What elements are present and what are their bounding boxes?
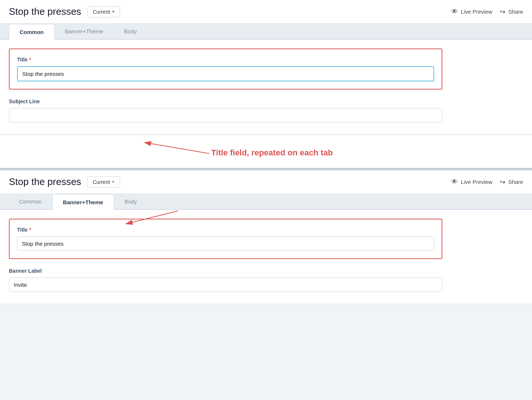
tab-body-top[interactable]: Body: [114, 24, 147, 39]
svg-text:Title field, repeated on each : Title field, repeated on each tab: [211, 148, 333, 157]
top-panel: Stop the presses Current ▾ 👁 Live Previe…: [0, 0, 532, 135]
top-header: Stop the presses Current ▾ 👁 Live Previe…: [0, 0, 532, 24]
tabs-bottom: Common Banner+Theme Body: [0, 194, 532, 210]
subject-line-input-top[interactable]: [9, 108, 442, 122]
subject-section-top: Subject Line: [9, 98, 442, 122]
tab-common-top[interactable]: Common: [9, 24, 54, 40]
live-preview-label-top: Live Preview: [461, 9, 492, 15]
content-bottom: Title * Banner Label: [0, 210, 532, 304]
eye-icon-bottom: 👁: [451, 178, 458, 186]
share-label-top: Share: [508, 9, 523, 15]
annotation-area: Title field, repeated on each tab: [0, 135, 532, 168]
version-dropdown-top[interactable]: Current ▾: [87, 6, 120, 17]
svg-line-2: [144, 142, 209, 154]
bottom-panel: Stop the presses Current ▾ 👁 Live Previe…: [0, 170, 532, 304]
tab-banner-theme-bottom[interactable]: Banner+Theme: [52, 194, 114, 210]
required-star-top: *: [29, 57, 31, 63]
share-label-bottom: Share: [508, 179, 523, 185]
title-form-section-bottom: Title *: [9, 219, 442, 259]
bottom-header: Stop the presses Current ▾ 👁 Live Previe…: [0, 170, 532, 194]
share-button-bottom[interactable]: ↪ Share: [500, 178, 523, 186]
tabs-top: Common Banner+Theme Body: [0, 24, 532, 40]
live-preview-button-bottom[interactable]: 👁 Live Preview: [451, 178, 492, 186]
version-label-top: Current: [93, 9, 110, 15]
subject-label-top: Subject Line: [9, 98, 442, 104]
page-title-top: Stop the presses: [9, 6, 81, 17]
share-button-top[interactable]: ↪ Share: [500, 8, 523, 16]
title-form-section-top: Title *: [9, 48, 442, 90]
tab-banner-theme-top[interactable]: Banner+Theme: [54, 24, 114, 39]
chevron-down-icon-top: ▾: [112, 9, 114, 14]
tab-common-bottom[interactable]: Common: [9, 194, 52, 209]
annotation-svg: Title field, repeated on each tab: [0, 135, 532, 168]
share-icon-top: ↪: [500, 8, 505, 16]
chevron-down-icon-bottom: ▾: [112, 179, 114, 184]
banner-label-section: Banner Label: [9, 268, 442, 292]
content-top: Title * Subject Line: [0, 40, 532, 134]
version-dropdown-bottom[interactable]: Current ▾: [87, 177, 120, 188]
title-input-bottom[interactable]: [17, 236, 434, 251]
live-preview-button-top[interactable]: 👁 Live Preview: [451, 8, 492, 16]
required-star-bottom: *: [29, 227, 31, 233]
live-preview-label-bottom: Live Preview: [461, 179, 492, 185]
version-label-bottom: Current: [93, 179, 110, 185]
banner-label-input[interactable]: [9, 278, 442, 292]
title-input-top[interactable]: [17, 66, 434, 81]
tab-body-bottom[interactable]: Body: [114, 194, 147, 209]
page-title-bottom: Stop the presses: [9, 176, 81, 188]
title-label-bottom: Title *: [17, 227, 434, 233]
title-label-top: Title *: [17, 57, 434, 63]
header-right-top: 👁 Live Preview ↪ Share: [451, 8, 523, 16]
share-icon-bottom: ↪: [500, 178, 505, 186]
page-wrapper: Stop the presses Current ▾ 👁 Live Previe…: [0, 0, 532, 304]
eye-icon-top: 👁: [451, 8, 458, 16]
banner-label-label: Banner Label: [9, 268, 442, 274]
header-right-bottom: 👁 Live Preview ↪ Share: [451, 178, 523, 186]
